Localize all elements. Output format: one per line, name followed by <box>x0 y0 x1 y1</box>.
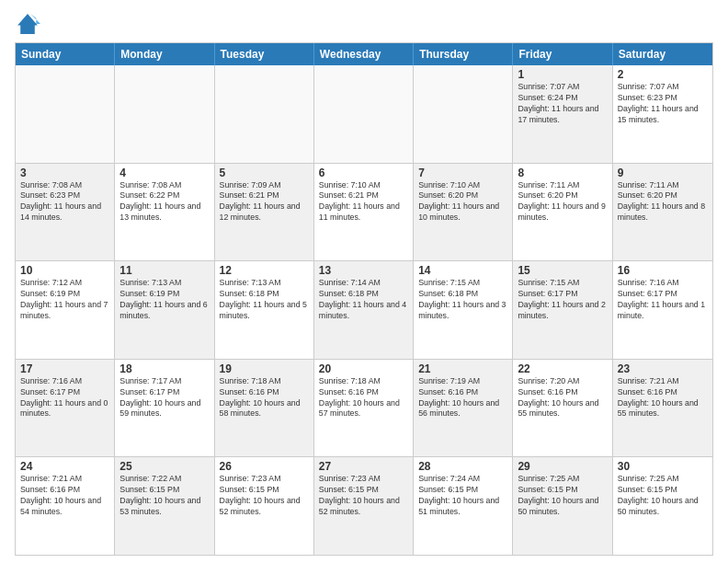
day-number: 28 <box>418 460 507 473</box>
day-info: Sunrise: 7:15 AM Sunset: 6:17 PM Dayligh… <box>518 278 607 322</box>
day-info: Sunrise: 7:08 AM Sunset: 6:23 PM Dayligh… <box>20 180 109 224</box>
day-info: Sunrise: 7:09 AM Sunset: 6:21 PM Dayligh… <box>220 180 309 224</box>
calendar-cell: 13Sunrise: 7:14 AM Sunset: 6:18 PM Dayli… <box>314 261 414 359</box>
day-info: Sunrise: 7:11 AM Sunset: 6:20 PM Dayligh… <box>618 180 708 224</box>
calendar-row: 10Sunrise: 7:12 AM Sunset: 6:19 PM Dayli… <box>16 260 712 359</box>
calendar-cell: 19Sunrise: 7:18 AM Sunset: 6:16 PM Dayli… <box>215 360 314 457</box>
day-info: Sunrise: 7:07 AM Sunset: 6:23 PM Dayligh… <box>618 82 708 126</box>
day-info: Sunrise: 7:21 AM Sunset: 6:16 PM Dayligh… <box>20 474 109 518</box>
calendar-row: 24Sunrise: 7:21 AM Sunset: 6:16 PM Dayli… <box>16 456 712 555</box>
svg-marker-0 <box>17 14 38 34</box>
day-info: Sunrise: 7:10 AM Sunset: 6:21 PM Dayligh… <box>319 180 408 224</box>
calendar-row: 1Sunrise: 7:07 AM Sunset: 6:24 PM Daylig… <box>16 65 712 163</box>
day-number: 25 <box>119 460 209 473</box>
calendar-cell: 2Sunrise: 7:07 AM Sunset: 6:23 PM Daylig… <box>613 65 712 163</box>
calendar-cell: 20Sunrise: 7:18 AM Sunset: 6:16 PM Dayli… <box>314 360 414 457</box>
calendar-cell <box>16 65 115 163</box>
day-info: Sunrise: 7:12 AM Sunset: 6:19 PM Dayligh… <box>20 278 109 322</box>
day-info: Sunrise: 7:19 AM Sunset: 6:16 PM Dayligh… <box>418 376 507 420</box>
day-number: 24 <box>20 460 109 473</box>
day-number: 4 <box>119 167 209 179</box>
day-info: Sunrise: 7:15 AM Sunset: 6:18 PM Dayligh… <box>418 278 507 322</box>
calendar-row: 17Sunrise: 7:16 AM Sunset: 6:17 PM Dayli… <box>16 359 712 457</box>
day-number: 5 <box>220 167 309 179</box>
day-info: Sunrise: 7:08 AM Sunset: 6:22 PM Dayligh… <box>119 180 209 224</box>
day-number: 18 <box>119 362 209 375</box>
logo-icon <box>15 11 40 37</box>
calendar-cell: 18Sunrise: 7:17 AM Sunset: 6:17 PM Dayli… <box>115 360 214 457</box>
calendar-cell: 23Sunrise: 7:21 AM Sunset: 6:16 PM Dayli… <box>613 360 712 457</box>
calendar-cell: 6Sunrise: 7:10 AM Sunset: 6:21 PM Daylig… <box>314 164 414 261</box>
day-number: 13 <box>319 264 408 277</box>
calendar-cell: 21Sunrise: 7:19 AM Sunset: 6:16 PM Dayli… <box>414 360 513 457</box>
calendar-cell: 4Sunrise: 7:08 AM Sunset: 6:22 PM Daylig… <box>115 164 214 261</box>
day-number: 16 <box>618 264 708 277</box>
day-info: Sunrise: 7:10 AM Sunset: 6:20 PM Dayligh… <box>418 180 507 224</box>
day-number: 14 <box>418 264 507 277</box>
day-info: Sunrise: 7:25 AM Sunset: 6:15 PM Dayligh… <box>618 474 708 518</box>
calendar-cell: 30Sunrise: 7:25 AM Sunset: 6:15 PM Dayli… <box>613 457 712 555</box>
day-number: 1 <box>518 68 607 81</box>
calendar-cell: 11Sunrise: 7:13 AM Sunset: 6:19 PM Dayli… <box>115 261 214 359</box>
day-number: 23 <box>618 362 708 375</box>
day-info: Sunrise: 7:07 AM Sunset: 6:24 PM Dayligh… <box>518 82 607 126</box>
calendar-cell: 1Sunrise: 7:07 AM Sunset: 6:24 PM Daylig… <box>513 65 612 163</box>
calendar-cell <box>115 65 214 163</box>
calendar-row: 3Sunrise: 7:08 AM Sunset: 6:23 PM Daylig… <box>16 163 712 261</box>
calendar-cell: 10Sunrise: 7:12 AM Sunset: 6:19 PM Dayli… <box>16 261 115 359</box>
calendar-cell <box>215 65 314 163</box>
calendar-cell: 14Sunrise: 7:15 AM Sunset: 6:18 PM Dayli… <box>414 261 513 359</box>
day-info: Sunrise: 7:22 AM Sunset: 6:15 PM Dayligh… <box>119 474 209 518</box>
calendar-cell: 12Sunrise: 7:13 AM Sunset: 6:18 PM Dayli… <box>215 261 314 359</box>
day-number: 9 <box>618 167 708 179</box>
header <box>15 11 713 37</box>
day-number: 10 <box>20 264 109 277</box>
day-info: Sunrise: 7:13 AM Sunset: 6:18 PM Dayligh… <box>220 278 309 322</box>
day-info: Sunrise: 7:11 AM Sunset: 6:20 PM Dayligh… <box>518 180 607 224</box>
day-info: Sunrise: 7:14 AM Sunset: 6:18 PM Dayligh… <box>319 278 408 322</box>
calendar-cell: 7Sunrise: 7:10 AM Sunset: 6:20 PM Daylig… <box>414 164 513 261</box>
calendar-cell: 28Sunrise: 7:24 AM Sunset: 6:15 PM Dayli… <box>414 457 513 555</box>
calendar-cell: 25Sunrise: 7:22 AM Sunset: 6:15 PM Dayli… <box>115 457 214 555</box>
calendar-cell: 27Sunrise: 7:23 AM Sunset: 6:15 PM Dayli… <box>314 457 414 555</box>
weekday-header: Tuesday <box>215 43 314 65</box>
day-number: 27 <box>319 460 408 473</box>
day-info: Sunrise: 7:16 AM Sunset: 6:17 PM Dayligh… <box>618 278 708 322</box>
calendar-cell: 16Sunrise: 7:16 AM Sunset: 6:17 PM Dayli… <box>613 261 712 359</box>
weekday-header: Friday <box>513 43 612 65</box>
calendar-cell: 5Sunrise: 7:09 AM Sunset: 6:21 PM Daylig… <box>215 164 314 261</box>
calendar-cell: 17Sunrise: 7:16 AM Sunset: 6:17 PM Dayli… <box>16 360 115 457</box>
day-number: 19 <box>220 362 309 375</box>
day-info: Sunrise: 7:18 AM Sunset: 6:16 PM Dayligh… <box>220 376 309 420</box>
day-number: 12 <box>220 264 309 277</box>
day-number: 6 <box>319 167 408 179</box>
day-number: 29 <box>518 460 607 473</box>
weekday-header: Thursday <box>414 43 513 65</box>
calendar-cell: 9Sunrise: 7:11 AM Sunset: 6:20 PM Daylig… <box>613 164 712 261</box>
day-number: 15 <box>518 264 607 277</box>
day-info: Sunrise: 7:23 AM Sunset: 6:15 PM Dayligh… <box>220 474 309 518</box>
weekday-header: Sunday <box>16 43 115 65</box>
day-info: Sunrise: 7:24 AM Sunset: 6:15 PM Dayligh… <box>418 474 507 518</box>
day-number: 22 <box>518 362 607 375</box>
day-info: Sunrise: 7:17 AM Sunset: 6:17 PM Dayligh… <box>119 376 209 420</box>
calendar-cell: 29Sunrise: 7:25 AM Sunset: 6:15 PM Dayli… <box>513 457 612 555</box>
calendar-cell: 8Sunrise: 7:11 AM Sunset: 6:20 PM Daylig… <box>513 164 612 261</box>
day-number: 21 <box>418 362 507 375</box>
day-number: 26 <box>220 460 309 473</box>
day-number: 8 <box>518 167 607 179</box>
calendar-cell: 26Sunrise: 7:23 AM Sunset: 6:15 PM Dayli… <box>215 457 314 555</box>
day-info: Sunrise: 7:25 AM Sunset: 6:15 PM Dayligh… <box>518 474 607 518</box>
calendar-cell <box>414 65 513 163</box>
day-number: 7 <box>418 167 507 179</box>
day-number: 11 <box>119 264 209 277</box>
calendar-cell: 22Sunrise: 7:20 AM Sunset: 6:16 PM Dayli… <box>513 360 612 457</box>
day-number: 17 <box>20 362 109 375</box>
day-number: 30 <box>618 460 708 473</box>
day-info: Sunrise: 7:23 AM Sunset: 6:15 PM Dayligh… <box>319 474 408 518</box>
day-info: Sunrise: 7:20 AM Sunset: 6:16 PM Dayligh… <box>518 376 607 420</box>
day-number: 20 <box>319 362 408 375</box>
calendar-cell: 24Sunrise: 7:21 AM Sunset: 6:16 PM Dayli… <box>16 457 115 555</box>
day-info: Sunrise: 7:21 AM Sunset: 6:16 PM Dayligh… <box>618 376 708 420</box>
day-info: Sunrise: 7:18 AM Sunset: 6:16 PM Dayligh… <box>319 376 408 420</box>
